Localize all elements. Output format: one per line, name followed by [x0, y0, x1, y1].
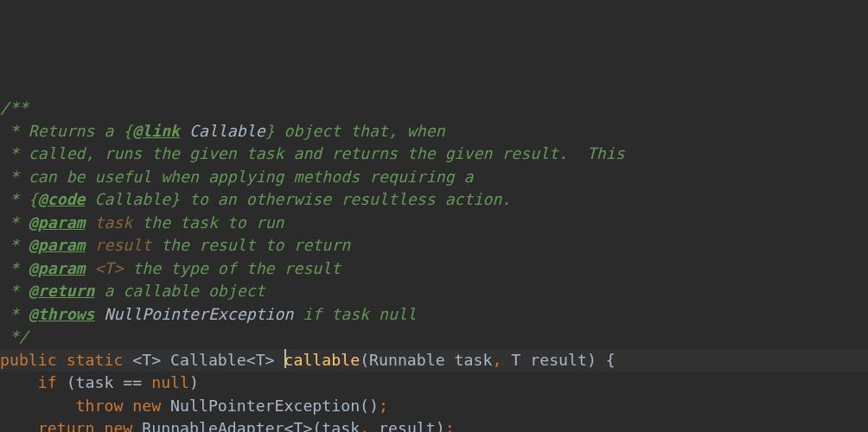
- throws-tag: @throws: [29, 305, 95, 323]
- param-name: <T>: [95, 259, 124, 277]
- method-name: callable: [284, 351, 361, 369]
- javadoc-line: * called, runs the given task and return…: [0, 143, 868, 166]
- keyword-if: if: [38, 373, 57, 391]
- type-reference: Callable: [189, 122, 265, 140]
- param-name: result: [95, 236, 152, 254]
- javadoc-line: * {@code Callable} to an otherwise resul…: [0, 188, 868, 212]
- keyword-new: new: [104, 419, 132, 432]
- javadoc-param: * @param <T> the type of the result: [0, 257, 868, 281]
- exception-reference: NullPointerException: [104, 305, 293, 323]
- code-tag: @code: [38, 190, 86, 208]
- javadoc-param: * @param result the result to return: [0, 234, 868, 257]
- code-editor[interactable]: /** * Returns a {@link Callable} object …: [0, 97, 868, 432]
- javadoc-line: * can be useful when applying methods re…: [0, 166, 868, 189]
- param-tag: @param: [29, 236, 86, 254]
- code-line: throw new NullPointerException();: [0, 395, 868, 418]
- keyword-new: new: [132, 397, 161, 415]
- javadoc-return: * @return a callable object: [0, 280, 868, 303]
- keyword-null: null: [151, 373, 189, 391]
- code-line: if (task == null): [0, 372, 868, 395]
- keyword-public: public: [0, 351, 57, 369]
- javadoc-throws: * @throws NullPointerException if task n…: [0, 303, 868, 327]
- code-line: return new RunnableAdapter<T>(task, resu…: [0, 417, 868, 432]
- javadoc-open: /**: [0, 97, 868, 120]
- javadoc-param: * @param task the task to run: [0, 212, 868, 235]
- keyword-static: static: [67, 351, 124, 369]
- keyword-throw: throw: [76, 397, 124, 415]
- keyword-return: return: [38, 419, 95, 432]
- param-tag: @param: [29, 213, 86, 232]
- param-tag: @param: [29, 259, 86, 277]
- return-tag: @return: [29, 282, 95, 300]
- link-tag: @link: [132, 122, 180, 140]
- javadoc-line: * Returns a {@link Callable} object that…: [0, 120, 868, 143]
- javadoc-close: */: [0, 326, 868, 349]
- param-name: task: [95, 213, 133, 232]
- current-line: public static <T> Callable<T> callable(R…: [0, 349, 868, 372]
